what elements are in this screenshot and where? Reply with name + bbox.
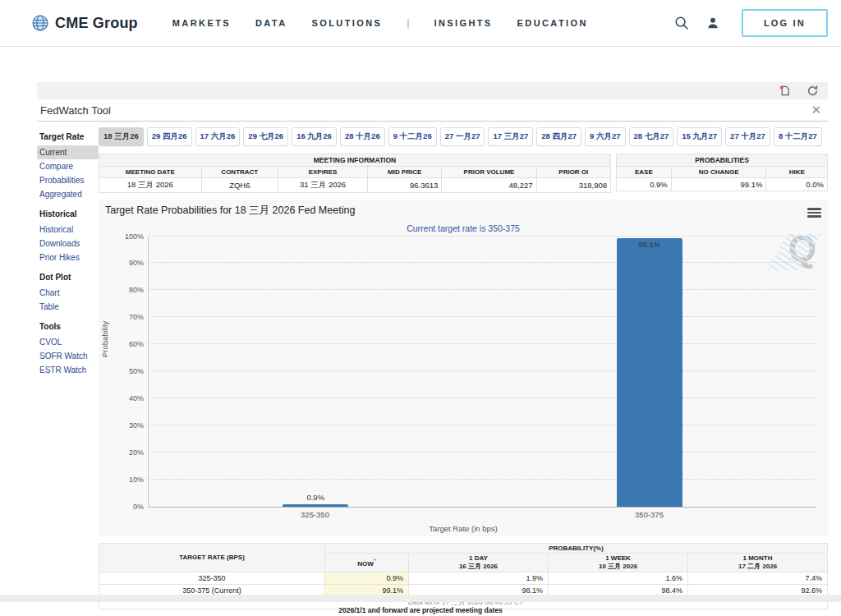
bar-350-375[interactable] — [617, 238, 682, 506]
tab-meeting-1[interactable]: 29 四月26 — [147, 127, 192, 146]
bottom-divider — [0, 595, 841, 602]
sidebar-item-prior-hikes[interactable]: Prior Hikes — [37, 251, 99, 264]
sidebar-item-probabilities[interactable]: Probabilities — [37, 173, 99, 187]
sidebar-item-downloads[interactable]: Downloads — [37, 237, 99, 251]
main-panel: 18 三月2629 四月2617 六月2629 七月2616 九月2628 十月… — [99, 127, 828, 609]
gridline-100 — [149, 236, 816, 237]
value-mid-price: 96.3613 — [368, 178, 442, 193]
col-header-1-day: 1 DAY16 三月 2026 — [408, 553, 548, 572]
tab-meeting-6[interactable]: 9 十二月26 — [388, 127, 437, 146]
col-header-1-month: 1 MONTH17 二月 2026 — [688, 553, 828, 572]
col-header-meeting-date: MEETING DATE — [99, 167, 202, 178]
tab-meeting-12[interactable]: 15 九月27 — [677, 127, 722, 146]
y-tick-10: 10% — [108, 476, 144, 484]
sidebar-item-compare[interactable]: Compare — [37, 159, 99, 173]
tab-meeting-7[interactable]: 27 一月27 — [440, 127, 485, 146]
sidebar-heading-tools: Tools — [39, 322, 99, 331]
col-header-prior-oi: PRIOR OI — [536, 167, 610, 178]
close-icon[interactable]: ✕ — [807, 103, 825, 117]
sidebar-item-historical[interactable]: Historical — [37, 223, 99, 237]
y-tick-90: 90% — [108, 259, 144, 267]
chart-menu-icon[interactable] — [807, 204, 821, 222]
meeting-information-header: MEETING INFORMATION — [99, 154, 611, 167]
widget-title-row: FedWatch Tool ✕ — [37, 99, 828, 122]
col-header-mid-price: MID PRICE — [368, 167, 442, 178]
y-tick-40: 40% — [108, 394, 144, 402]
prob-cell: 7.4% — [688, 572, 828, 584]
tab-meeting-9[interactable]: 28 四月27 — [536, 127, 581, 146]
prob-cell: 0.9% — [324, 572, 408, 584]
widget-title: FedWatch Tool — [40, 104, 111, 117]
value-prior-oi: 318,908 — [536, 178, 610, 193]
gridline-40 — [149, 398, 816, 398]
value-ease: 0.9% — [617, 178, 672, 191]
log-in-button[interactable]: LOG IN — [742, 9, 828, 37]
tab-meeting-14[interactable]: 8 十二月27 — [774, 127, 822, 146]
col-header-expires: EXPIRES — [278, 167, 368, 178]
value-no-change: 99.1% — [671, 178, 766, 191]
nav-right: LOG IN — [673, 9, 828, 37]
nav-item-data[interactable]: DATA — [255, 18, 287, 28]
tab-meeting-0[interactable]: 18 三月26 — [99, 127, 144, 146]
projected-dates-note: 2026/1/1 and forward are projected meeti… — [0, 606, 841, 614]
plot-area: 0%10%20%30%40%50%60%70%80%90%100%0.9%99.… — [148, 237, 816, 508]
x-category-325-350: 325-350 — [301, 510, 329, 519]
nav-item-markets[interactable]: MARKETS — [172, 18, 231, 28]
tab-meeting-3[interactable]: 29 七月26 — [243, 127, 288, 146]
tab-meeting-11[interactable]: 28 七月27 — [629, 127, 674, 146]
y-tick-20: 20% — [108, 448, 144, 457]
gridline-90 — [149, 262, 816, 263]
col-header-hike: HIKE — [766, 167, 828, 178]
nav-menu: MARKETSDATASOLUTIONS|INSIGHTSEDUCATION — [172, 17, 673, 29]
nav-divider: | — [407, 17, 409, 29]
gridline-10 — [149, 479, 816, 480]
refresh-icon[interactable] — [803, 82, 821, 100]
user-profile-icon[interactable] — [704, 14, 722, 32]
sidebar-heading-target-rate: Target Rate — [39, 132, 99, 141]
bar-325-350[interactable] — [283, 504, 348, 507]
gridline-50 — [149, 370, 816, 371]
sidebar-item-cvol[interactable]: CVOL — [37, 335, 99, 349]
tab-meeting-5[interactable]: 28 十月26 — [340, 127, 385, 146]
sidebar-item-estr-watch[interactable]: ESTR Watch — [37, 363, 99, 377]
col-header-no-change: NO CHANGE — [671, 167, 766, 178]
bar-value-label-350-375: 99.1% — [617, 240, 682, 249]
tab-meeting-8[interactable]: 17 三月27 — [488, 127, 533, 146]
value-prior-volume: 48,227 — [442, 178, 536, 193]
tab-meeting-13[interactable]: 27 十月27 — [725, 127, 770, 146]
nav-item-education[interactable]: EDUCATION — [517, 18, 588, 28]
value-hike: 0.0% — [766, 178, 828, 191]
value-expires: 31 三月 2026 — [278, 178, 368, 193]
target-rate-bps-header: TARGET RATE (BPS) — [99, 543, 325, 572]
nav-item-insights[interactable]: INSIGHTS — [434, 18, 492, 28]
value-contract: ZQH6 — [201, 178, 278, 193]
cme-group-logo[interactable]: CME Group — [31, 14, 138, 32]
page-alert-icon[interactable] — [775, 82, 793, 100]
tab-meeting-4[interactable]: 16 九月26 — [292, 127, 337, 146]
tab-meeting-10[interactable]: 9 六月27 — [585, 127, 626, 146]
gridline-60 — [149, 343, 816, 344]
sidebar-item-chart[interactable]: Chart — [37, 286, 99, 300]
sidebar-heading-dot-plot: Dot Plot — [39, 273, 99, 282]
y-tick-30: 30% — [108, 421, 144, 430]
sidebar-item-aggregated[interactable]: Aggregated — [37, 187, 99, 201]
value-meeting-date: 18 三月 2026 — [99, 178, 202, 193]
y-tick-50: 50% — [108, 367, 144, 375]
y-tick-0: 0% — [108, 503, 144, 511]
gridline-80 — [149, 289, 816, 290]
nav-item-solutions[interactable]: SOLUTIONS — [312, 18, 383, 28]
sidebar-item-table[interactable]: Table — [37, 300, 99, 314]
table-row: 325-3500.9%1.9%1.6%7.4% — [99, 572, 828, 584]
prob-cell: 1.6% — [549, 572, 688, 584]
asterisk: * — [374, 558, 376, 563]
sidebar-heading-historical: Historical — [39, 209, 99, 218]
search-icon[interactable] — [673, 14, 691, 32]
x-category-350-375: 350-375 — [635, 510, 664, 519]
tab-meeting-2[interactable]: 17 六月26 — [195, 127, 241, 146]
col-header-1-week: 1 WEEK10 三月 2026 — [549, 553, 688, 572]
sidebar-item-current[interactable]: Current — [37, 145, 99, 159]
sidebar-item-sofr-watch[interactable]: SOFR Watch — [37, 349, 99, 363]
sidebar: Target RateCurrentCompareProbabilitiesAg… — [37, 127, 99, 609]
gridline-30 — [149, 425, 816, 425]
brand-text: CME Group — [55, 15, 138, 32]
